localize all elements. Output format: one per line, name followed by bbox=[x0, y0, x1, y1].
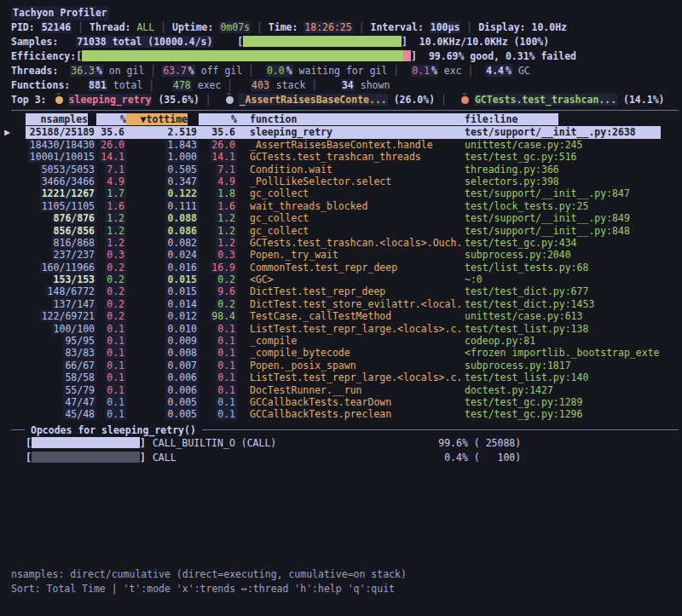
table-row[interactable]: 10001/1001514.11.00014.1GCTests.test_tra… bbox=[4, 151, 661, 163]
column-header-tottime-sorted[interactable]: ▼tottime bbox=[126, 113, 199, 125]
row-arrow-gutter bbox=[4, 371, 26, 383]
table-row[interactable]: 55/790.10.0060.1DocTestRunner.__rundocte… bbox=[4, 384, 661, 396]
cell-pct-direct: 0.1 bbox=[96, 323, 126, 335]
cell-pct-cumulative-value: 1.2 bbox=[216, 237, 237, 249]
text-segment: Thread: bbox=[90, 21, 136, 33]
profile-table: nsamples%▼tottime%functionfile:line ▶251… bbox=[4, 113, 661, 421]
cell-pct-direct: 0.3 bbox=[96, 249, 126, 261]
cell-pct-direct-value: 0.1 bbox=[105, 371, 126, 383]
text-segment bbox=[154, 79, 172, 91]
cell-pct-cumulative: 0.1 bbox=[199, 396, 237, 408]
cell-pct-direct-value: 0.1 bbox=[105, 384, 126, 396]
cell-pct-cumulative-value: 0.3 bbox=[216, 249, 237, 261]
cell-pct-direct: 0.1 bbox=[96, 384, 126, 396]
cell-file-line: codeop.py:81 bbox=[465, 335, 661, 347]
opcode-bar-open-bracket: [ bbox=[26, 451, 32, 465]
table-row[interactable]: 153/1530.20.0150.2<GC>~:0 bbox=[4, 273, 661, 285]
text-segment: stack bbox=[270, 79, 311, 91]
text-segment bbox=[399, 65, 411, 77]
cell-pct-direct: 0.1 bbox=[96, 371, 126, 383]
cell-file-line: test/test_dict.py:677 bbox=[465, 285, 661, 297]
selected-row-arrow: ▶ bbox=[4, 126, 26, 138]
cell-nsamples-value: 160/11966 bbox=[40, 262, 96, 273]
cell-pct-direct: 0.1 bbox=[96, 347, 126, 359]
cell-tottime: 0.088 bbox=[126, 212, 199, 224]
table-row[interactable]: 47/470.10.0050.1GCCallbackTests.tearDown… bbox=[4, 396, 661, 408]
table-row[interactable]: 5053/50537.10.5057.1Condition.waitthread… bbox=[4, 164, 661, 176]
table-row[interactable]: 95/950.10.0090.1_compilecodeop.py:81 bbox=[4, 335, 661, 347]
cell-pct-direct: 0.1 bbox=[96, 335, 126, 347]
cell-pct-cumulative: 0.3 bbox=[199, 249, 237, 261]
cell-function: wait_threads_blocked bbox=[237, 200, 465, 212]
column-header-pct-direct[interactable]: % bbox=[96, 113, 126, 125]
cell-function: ListTest.test_repr_large.<locals>.c... bbox=[237, 323, 465, 335]
top3-line: Top 3:sleeping_retry (35.6%) │ _AssertRa… bbox=[11, 93, 682, 107]
cell-function: CommonTest.test_repr_deep bbox=[237, 262, 465, 273]
cell-nsamples-value: 3466/3466 bbox=[40, 176, 96, 187]
cell-function: _compile bbox=[237, 335, 465, 347]
column-header-function[interactable]: function bbox=[237, 113, 465, 125]
samples-line-right: ] 10.0KHz/10.0KHz (100%) bbox=[402, 36, 549, 48]
table-row[interactable]: 122/697210.20.01298.4TestCase._callTestM… bbox=[4, 310, 661, 322]
top3-function-name: _AssertRaisesBaseConte... bbox=[239, 94, 388, 106]
text-segment: │ bbox=[251, 21, 269, 33]
row-arrow-gutter bbox=[4, 176, 26, 187]
row-arrow-gutter bbox=[4, 323, 26, 335]
cell-pct-cumulative: 1.2 bbox=[199, 212, 237, 224]
cell-tottime-value: 0.008 bbox=[165, 347, 199, 359]
cell-tottime: 0.005 bbox=[126, 408, 199, 420]
table-row[interactable]: 137/1470.20.0140.2DictTest.test_store_ev… bbox=[4, 298, 661, 310]
opcode-pct: 0.4% bbox=[357, 451, 468, 465]
cell-function: GCCallbackTests.preclean bbox=[237, 408, 465, 420]
cell-function: gc_collect bbox=[237, 212, 465, 224]
column-header-pct-cumulative[interactable]: % bbox=[199, 113, 237, 125]
cell-tottime-value: 1.843 bbox=[165, 139, 199, 151]
table-row[interactable]: 856/8561.20.0861.2gc_collecttest/support… bbox=[4, 225, 661, 237]
text-segment: 99.69% good, 0.31% failed bbox=[417, 50, 576, 62]
row-arrow-gutter bbox=[4, 360, 26, 371]
efficiency-line-left: Efficiency:[ bbox=[11, 50, 82, 62]
row-arrow-gutter bbox=[4, 187, 26, 199]
cell-pct-cumulative: 16.9 bbox=[199, 262, 237, 273]
cell-pct-cumulative: 0.1 bbox=[199, 347, 237, 359]
header-arrow-gutter bbox=[4, 113, 26, 125]
cell-pct-cumulative: 0.1 bbox=[199, 384, 237, 396]
table-row[interactable]: 100/1000.10.0100.1ListTest.test_repr_lar… bbox=[4, 323, 661, 335]
table-row[interactable]: 1221/12671.70.1221.8gc_collecttest/suppo… bbox=[4, 187, 661, 199]
opcode-label: CALL_BUILTIN_O (CALL) bbox=[146, 436, 357, 451]
table-row[interactable]: 58/580.10.0060.1ListTest.test_repr_large… bbox=[4, 371, 661, 383]
opcodes-section: Opcodes for sleeping_retry() []CALL_BUIL… bbox=[11, 423, 679, 464]
column-header-file-line[interactable]: file:line bbox=[465, 113, 558, 125]
table-row[interactable]: 148/67720.20.0159.6DictTest.test_repr_de… bbox=[4, 285, 661, 297]
row-arrow-gutter bbox=[4, 396, 26, 408]
gold-medal-icon bbox=[55, 96, 63, 104]
table-row[interactable]: 816/8681.20.0821.2GCTests.test_trashcan.… bbox=[4, 237, 661, 249]
text-segment: Time: bbox=[269, 21, 304, 33]
row-arrow-gutter bbox=[4, 262, 26, 273]
table-row[interactable]: 1105/11051.60.1111.6wait_threads_blocked… bbox=[4, 200, 661, 212]
text-segment: GC bbox=[512, 65, 530, 77]
cell-pct-direct-value: 0.1 bbox=[105, 396, 126, 408]
cell-nsamples-value: 876/876 bbox=[52, 212, 96, 224]
cell-pct-cumulative-value: 0.1 bbox=[216, 371, 237, 383]
table-row[interactable]: 45/480.10.0050.1GCCallbackTests.preclean… bbox=[4, 408, 661, 420]
cell-tottime-value: 0.111 bbox=[165, 200, 199, 212]
table-row[interactable]: 18430/1843026.01.84326.0_AssertRaisesBas… bbox=[4, 139, 661, 151]
opcode-count: ( 100) bbox=[468, 451, 521, 465]
table-row[interactable]: 237/2370.30.0240.3Popen._try_waitsubproc… bbox=[4, 249, 661, 261]
cell-pct-direct: 1.2 bbox=[96, 237, 126, 249]
efficiency-line-right: ] 99.69% good, 0.31% failed bbox=[411, 50, 576, 62]
cell-nsamples: 148/6772 bbox=[26, 285, 96, 297]
text-segment: on gil bbox=[103, 65, 150, 77]
table-row[interactable]: 876/8761.20.0881.2gc_collecttest/support… bbox=[4, 212, 661, 224]
cell-file-line: test/test_list.py:140 bbox=[465, 371, 661, 383]
table-row[interactable]: 160/119660.20.01616.9CommonTest.test_rep… bbox=[4, 262, 661, 273]
row-arrow-gutter bbox=[4, 408, 26, 420]
table-row[interactable]: 3466/34664.90.3474.9_PollLikeSelector.se… bbox=[4, 176, 661, 187]
column-header-nsamples[interactable]: nsamples bbox=[26, 113, 96, 125]
text-segment: Uptime: bbox=[172, 21, 219, 33]
cell-pct-direct-value: 1.2 bbox=[105, 237, 126, 249]
table-row[interactable]: 66/670.10.0070.1Popen._posix_spawnsubpro… bbox=[4, 360, 661, 371]
table-row[interactable]: 83/830.10.0080.1_compile_bytecode<frozen… bbox=[4, 347, 661, 359]
table-row[interactable]: ▶25188/2518935.62.51935.6sleeping_retryt… bbox=[4, 126, 661, 138]
